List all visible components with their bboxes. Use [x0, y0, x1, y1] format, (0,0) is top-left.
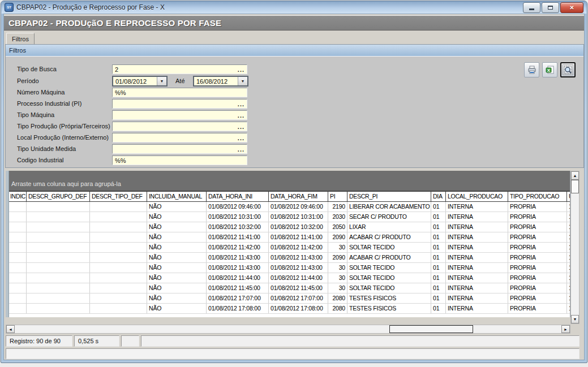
cell-incluida_manual[interactable]: NÃO	[147, 222, 207, 232]
cell-tipo_producao[interactable]: PROPRIA	[508, 212, 567, 222]
cell-dia[interactable]: 01	[431, 212, 446, 222]
cell-u[interactable]: 11	[567, 243, 570, 253]
cell-tipo_producao[interactable]: PROPRIA	[508, 304, 567, 314]
cell-descr_tipo_def[interactable]	[90, 283, 147, 293]
cell-descr_pi[interactable]: SOLTAR TECIDO	[347, 243, 431, 253]
cell-local_producao[interactable]: INTERNA	[446, 212, 508, 222]
cell-local_producao[interactable]: INTERNA	[446, 232, 508, 243]
cell-descr_grupo_def[interactable]	[27, 222, 90, 232]
cell-u[interactable]: 11	[567, 304, 570, 314]
cell-local_producao[interactable]: INTERNA	[446, 243, 508, 253]
cell-pi[interactable]: 2030	[328, 212, 347, 222]
cell-descr_grupo_def[interactable]	[27, 304, 90, 314]
cell-data_hora_fim[interactable]: 01/08/2012 11:41:00	[269, 232, 328, 243]
tipo-unidade-field[interactable]: ...	[112, 144, 247, 154]
horizontal-scrollbar[interactable]: ◄ ►	[6, 325, 570, 334]
horizontal-scroll-thumb[interactable]	[389, 325, 473, 333]
cell-data_hora_ini[interactable]: 01/08/2012 11:44:00	[207, 273, 269, 283]
column-header-descr_tipo_def[interactable]: DESCR_TIPO_DEF	[90, 192, 147, 202]
cell-descr_pi[interactable]: SOLTAR TECIDO	[347, 273, 431, 283]
cell-tipo_producao[interactable]: PROPRIA	[508, 222, 567, 232]
minimize-button[interactable]	[523, 2, 540, 13]
cell-indic[interactable]	[8, 263, 27, 273]
cell-dia[interactable]: 01	[431, 283, 446, 293]
tab-filtros[interactable]: Filtros	[6, 33, 35, 44]
cell-data_hora_ini[interactable]: 01/08/2012 10:31:00	[207, 212, 269, 222]
title-bar[interactable]: ST CBPAP02 - Produção e Reprocesso por F…	[1, 1, 587, 14]
ellipsis-button[interactable]: ...	[238, 124, 244, 129]
column-header-dia[interactable]: DIA	[431, 192, 446, 202]
cell-tipo_producao[interactable]: PROPRIA	[508, 283, 567, 293]
cell-pi[interactable]: 2080	[328, 293, 347, 304]
group-by-bar[interactable]: Arraste uma coluna aqui para agrupá-la	[6, 171, 570, 191]
cell-data_hora_ini[interactable]: 01/08/2012 11:42:00	[207, 243, 269, 253]
cell-data_hora_fim[interactable]: 01/08/2012 11:42:00	[269, 243, 328, 253]
cell-data_hora_ini[interactable]: 01/08/2012 11:43:00	[207, 263, 269, 273]
table-row[interactable]: NÃO01/08/2012 09:46:0001/08/2012 09:46:0…	[8, 202, 570, 212]
cell-dia[interactable]: 01	[431, 202, 446, 212]
scroll-right-icon[interactable]: ►	[561, 325, 570, 333]
cell-local_producao[interactable]: INTERNA	[446, 263, 508, 273]
cell-u[interactable]: 11	[567, 253, 570, 263]
cell-tipo_producao[interactable]: PROPRIA	[508, 273, 567, 283]
cell-descr_tipo_def[interactable]	[90, 243, 147, 253]
ellipsis-button[interactable]: ...	[238, 102, 244, 106]
tipo-producao-field[interactable]: ...	[112, 122, 247, 131]
cell-indic[interactable]	[8, 222, 27, 232]
cell-incluida_manual[interactable]: NÃO	[147, 263, 207, 273]
cell-descr_tipo_def[interactable]	[90, 202, 147, 212]
cell-incluida_manual[interactable]: NÃO	[147, 253, 207, 263]
table-row[interactable]: NÃO01/08/2012 11:43:0001/08/2012 11:43:0…	[8, 263, 570, 273]
table-row[interactable]: NÃO01/08/2012 10:31:0001/08/2012 10:31:0…	[8, 212, 570, 222]
column-header-local_producao[interactable]: LOCAL_PRODUCAO	[446, 192, 508, 202]
cell-descr_grupo_def[interactable]	[27, 283, 90, 293]
table-row[interactable]: NÃO01/08/2012 17:07:0001/08/2012 17:07:0…	[8, 293, 570, 304]
cell-dia[interactable]: 01	[431, 243, 446, 253]
cell-data_hora_ini[interactable]: 01/08/2012 11:41:00	[207, 232, 269, 243]
cell-descr_tipo_def[interactable]	[90, 212, 147, 222]
cell-data_hora_ini[interactable]: 01/08/2012 11:43:00	[207, 253, 269, 263]
table-row[interactable]: NÃO01/08/2012 11:44:0001/08/2012 11:44:0…	[8, 273, 570, 283]
cell-data_hora_fim[interactable]: 01/08/2012 11:43:00	[269, 263, 328, 273]
cell-dia[interactable]: 01	[431, 304, 446, 314]
cell-descr_grupo_def[interactable]	[27, 232, 90, 243]
cell-pi[interactable]: 2080	[328, 304, 347, 314]
export-excel-button[interactable]: X	[542, 62, 557, 77]
column-header-incluida_manual[interactable]: INCLUIDA_MANUAL	[147, 192, 207, 202]
ellipsis-button[interactable]: ...	[238, 113, 244, 118]
maximize-button[interactable]	[542, 2, 559, 13]
table-row[interactable]: NÃO01/08/2012 11:45:0001/08/2012 11:45:0…	[8, 283, 570, 293]
ellipsis-button[interactable]: ...	[238, 67, 244, 72]
cell-data_hora_ini[interactable]: 01/08/2012 17:07:00	[207, 293, 269, 304]
cell-descr_grupo_def[interactable]	[27, 212, 90, 222]
chevron-down-icon[interactable]: ▼	[238, 77, 247, 85]
cell-tipo_producao[interactable]: PROPRIA	[508, 243, 567, 253]
cell-dia[interactable]: 01	[431, 273, 446, 283]
cell-u[interactable]: 11	[567, 202, 570, 212]
cell-data_hora_ini[interactable]: 01/08/2012 09:46:00	[207, 202, 269, 212]
cell-dia[interactable]: 01	[431, 293, 446, 304]
cell-descr_grupo_def[interactable]	[27, 202, 90, 212]
table-row[interactable]: NÃO01/08/2012 11:41:0001/08/2012 11:41:0…	[8, 232, 570, 243]
cell-data_hora_ini[interactable]: 01/08/2012 10:32:00	[207, 222, 269, 232]
chevron-down-icon[interactable]: ▼	[157, 77, 166, 85]
cell-u[interactable]: 11	[567, 293, 570, 304]
cell-descr_pi[interactable]: LIBERAR COR ACABAMENTO	[347, 202, 431, 212]
cell-local_producao[interactable]: INTERNA	[446, 202, 508, 212]
cell-incluida_manual[interactable]: NÃO	[147, 232, 207, 243]
cell-descr_tipo_def[interactable]	[90, 263, 147, 273]
cell-pi[interactable]: 30	[328, 283, 347, 293]
cell-descr_grupo_def[interactable]	[27, 293, 90, 304]
cell-data_hora_fim[interactable]: 01/08/2012 10:31:00	[269, 212, 328, 222]
cell-descr_tipo_def[interactable]	[90, 232, 147, 243]
cell-indic[interactable]	[8, 243, 27, 253]
vertical-scrollbar[interactable]: ▲ ▼	[570, 171, 580, 324]
cell-u[interactable]: 11	[567, 232, 570, 243]
print-button[interactable]	[524, 62, 539, 77]
cell-descr_tipo_def[interactable]	[90, 293, 147, 304]
cell-descr_grupo_def[interactable]	[27, 243, 90, 253]
cell-descr_grupo_def[interactable]	[27, 273, 90, 283]
cell-tipo_producao[interactable]: PROPRIA	[508, 232, 567, 243]
cell-descr_pi[interactable]: TESTES FISICOS	[347, 304, 431, 314]
cell-pi[interactable]: 2050	[328, 222, 347, 232]
